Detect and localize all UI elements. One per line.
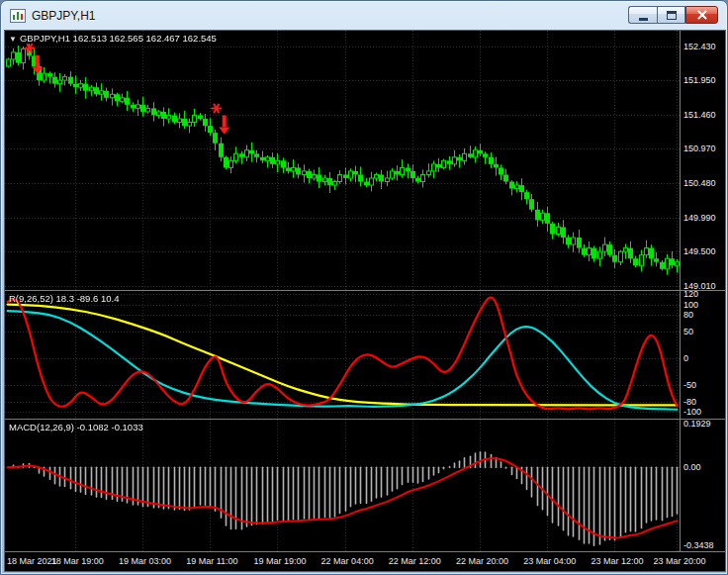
time-axis-tick: 22 Mar 12:00 — [389, 556, 441, 566]
window-controls — [628, 6, 718, 24]
price-axis[interactable]: 152.430151.950151.460150.970150.480149.9… — [680, 31, 725, 551]
oscillator-axis-tick: 50 — [683, 327, 693, 336]
time-axis-tick: 23 Mar 20:00 — [653, 556, 705, 566]
oscillator-axis-tick: -80 — [683, 397, 696, 407]
macd-pane-label: MACD(12,26,9) -0.1082 -0.1033 — [9, 422, 143, 432]
price-axis-tick: 151.950 — [683, 75, 716, 85]
minimize-icon — [639, 18, 648, 21]
window-titlebar[interactable]: GBPJPY,H1 — [1, 1, 727, 30]
app-chart-icon — [10, 9, 26, 23]
close-button[interactable] — [685, 6, 718, 24]
macd-pane-header: MACD(12,26,9) -0.1082 -0.1033 — [9, 422, 143, 432]
pane-separator-price-oscillator[interactable] — [5, 290, 725, 291]
oscillator-axis-tick: 0 — [683, 353, 688, 363]
price-axis-tick: 152.430 — [683, 42, 716, 51]
maximize-button[interactable] — [657, 6, 685, 24]
oscillator-axis-tick: 100 — [683, 300, 698, 310]
price-axis-tick: 150.480 — [683, 178, 716, 188]
price-axis-tick: 149.990 — [683, 213, 716, 223]
minimize-button[interactable] — [628, 6, 657, 24]
time-axis-tick: 19 Mar 03:00 — [119, 556, 171, 566]
pane-separator-oscillator-macd[interactable] — [5, 419, 725, 420]
chart-window: ▼GBPJPY,H1 162.513 162.565 162.467 162.5… — [4, 30, 726, 572]
application-window: GBPJPY,H1 ▼GBPJPY,H1 162.513 162.565 162… — [0, 0, 728, 575]
window-title: GBPJPY,H1 — [32, 9, 95, 23]
time-axis-tick: 18 Mar 2021 — [7, 556, 57, 566]
macd-axis-tick: 0.1929 — [683, 419, 711, 429]
oscillator-axis-tick: 80 — [683, 310, 693, 320]
time-axis-tick: 23 Mar 04:00 — [523, 556, 576, 566]
close-icon — [696, 9, 708, 21]
oscillator-axis-tick: -100 — [683, 407, 701, 417]
time-axis-tick: 23 Mar 12:00 — [591, 556, 643, 566]
time-axis[interactable]: 18 Mar 202118 Mar 19:0019 Mar 03:0019 Ma… — [5, 551, 725, 571]
price-pane-label: GBPJPY,H1 162.513 162.565 162.467 162.54… — [20, 33, 217, 44]
time-axis-tick: 22 Mar 04:00 — [321, 556, 374, 566]
time-axis-tick: 18 Mar 19:00 — [51, 556, 104, 566]
macd-axis-tick: 0.00 — [683, 462, 701, 472]
time-axis-tick: 19 Mar 11:00 — [186, 556, 237, 566]
price-axis-tick: 150.970 — [683, 144, 716, 153]
time-axis-tick: 22 Mar 20:00 — [456, 556, 508, 566]
time-axis-tick: 19 Mar 19:00 — [253, 556, 306, 566]
maximize-icon — [667, 11, 677, 20]
chart-canvas[interactable] — [5, 31, 680, 551]
oscillator-pane-label: R(9,26,52) 18.3 -89.6 10.4 — [9, 293, 119, 304]
chart-collapse-arrow-icon[interactable]: ▼ — [9, 35, 17, 44]
macd-axis-tick: -0.3438 — [683, 540, 714, 550]
price-axis-tick: 149.500 — [683, 246, 716, 256]
oscillator-pane-header: R(9,26,52) 18.3 -89.6 10.4 — [9, 293, 119, 304]
price-pane-header: ▼GBPJPY,H1 162.513 162.565 162.467 162.5… — [9, 33, 217, 44]
price-axis-tick: 151.460 — [683, 110, 716, 120]
oscillator-axis-tick: -50 — [683, 380, 696, 390]
